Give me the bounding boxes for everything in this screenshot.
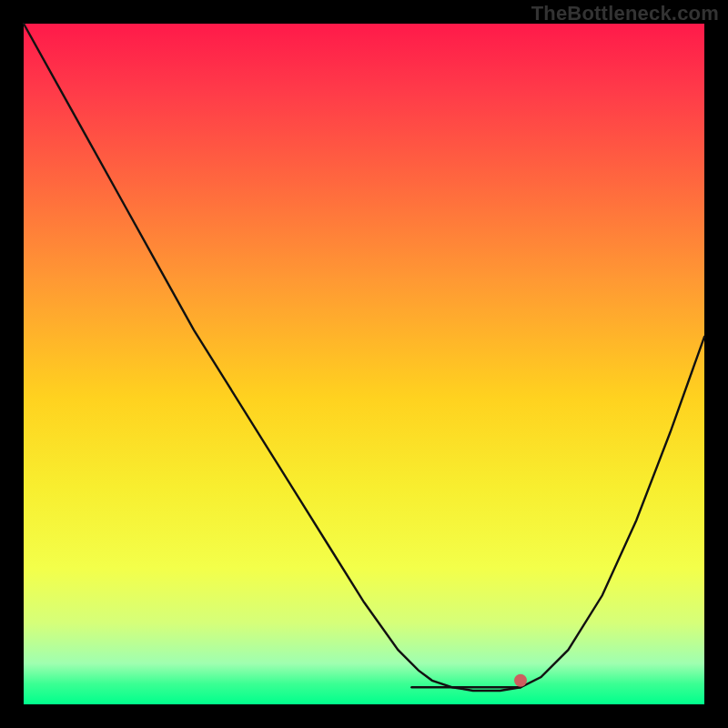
gradient-plot-area [24,24,704,704]
watermark-text: TheBottleneck.com [531,2,719,25]
chart-frame: TheBottleneck.com [0,0,728,728]
bottleneck-curve [24,24,704,691]
optimal-point-dot [514,674,527,687]
curve-svg [24,24,704,704]
